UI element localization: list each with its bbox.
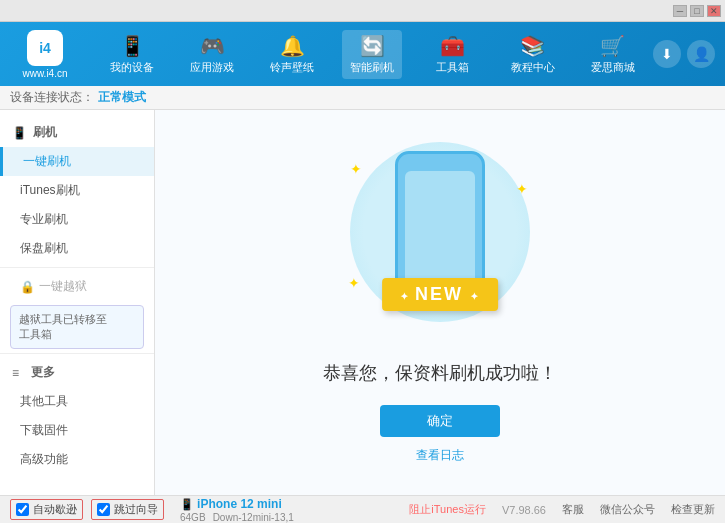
sparkle-icon-1: ✦ [350, 161, 362, 177]
store-icon: 🛒 [600, 34, 625, 58]
nav-label-tutorial: 教程中心 [511, 60, 555, 75]
toolbox-icon: 🧰 [440, 34, 465, 58]
sparkle-icon-2: ✦ [516, 181, 528, 197]
device-icon: 📱 [180, 498, 194, 510]
download-button[interactable]: ⬇ [653, 40, 681, 68]
nav-item-ringtone[interactable]: 🔔 铃声壁纸 [262, 30, 322, 79]
customer-service-link[interactable]: 客服 [562, 502, 584, 517]
bottom-bar: 自动歇逊 跳过向导 📱 iPhone 12 mini 64GB Down-12m… [0, 495, 725, 523]
status-bar: 设备连接状态： 正常模式 [0, 86, 725, 110]
other-tools-label: 其他工具 [20, 394, 68, 408]
maximize-button[interactable]: □ [690, 5, 704, 17]
nav-item-my-device[interactable]: 📱 我的设备 [102, 30, 162, 79]
more-section-icon: ≡ [12, 366, 19, 380]
sidebar-item-itunes-flash[interactable]: iTunes刷机 [0, 176, 154, 205]
sidebar-section-more: ≡ 更多 [0, 358, 154, 387]
ringtone-icon: 🔔 [280, 34, 305, 58]
phone-screen [405, 171, 475, 291]
device-name: iPhone 12 mini [197, 497, 282, 511]
sidebar-item-other-tools[interactable]: 其他工具 [0, 387, 154, 416]
auto-close-group[interactable]: 自动歇逊 [10, 499, 83, 520]
minimize-button[interactable]: ─ [673, 5, 687, 17]
auto-close-label: 自动歇逊 [33, 502, 77, 517]
bottom-right: 阻止iTunes运行 V7.98.66 客服 微信公众号 检查更新 [409, 502, 715, 517]
stop-itunes-button[interactable]: 阻止iTunes运行 [409, 502, 486, 517]
nav-label-store: 爱思商城 [591, 60, 635, 75]
nav-label-my-device: 我的设备 [110, 60, 154, 75]
sidebar-item-download-firmware[interactable]: 下载固件 [0, 416, 154, 445]
logo-icon: i4 [27, 30, 63, 66]
main-container: 📱 刷机 一键刷机 iTunes刷机 专业刷机 保盘刷机 🔒 一键越狱 越狱工具… [0, 110, 725, 495]
nav-label-app-game: 应用游戏 [190, 60, 234, 75]
confirm-button[interactable]: 确定 [380, 405, 500, 437]
skip-wizard-checkbox[interactable] [97, 503, 110, 516]
logo-area: i4 www.i4.cn [10, 30, 80, 79]
more-section-label: 更多 [31, 364, 55, 381]
nav-item-store[interactable]: 🛒 爱思商城 [583, 30, 643, 79]
auto-close-checkbox[interactable] [16, 503, 29, 516]
sidebar-item-one-key-flash[interactable]: 一键刷机 [0, 147, 154, 176]
device-storage: 64GB [180, 512, 206, 523]
my-device-icon: 📱 [120, 34, 145, 58]
nav-item-app-game[interactable]: 🎮 应用游戏 [182, 30, 242, 79]
nav-label-toolbox: 工具箱 [436, 60, 469, 75]
nav-label-smart-flash: 智能刷机 [350, 60, 394, 75]
logo-text: www.i4.cn [22, 68, 67, 79]
user-button[interactable]: 👤 [687, 40, 715, 68]
itunes-flash-label: iTunes刷机 [20, 183, 80, 197]
sidebar-item-advanced[interactable]: 高级功能 [0, 445, 154, 474]
flash-section-icon: 📱 [12, 126, 27, 140]
skip-wizard-label: 跳过向导 [114, 502, 158, 517]
tutorial-icon: 📚 [520, 34, 545, 58]
jailbreak-info-text: 越狱工具已转移至 工具箱 [19, 313, 107, 340]
hero-illustration: ✦ ✦ ✦ NEW [330, 141, 550, 341]
sidebar-item-save-flash[interactable]: 保盘刷机 [0, 234, 154, 263]
version-text: V7.98.66 [502, 504, 546, 516]
flash-section-label: 刷机 [33, 124, 57, 141]
sidebar: 📱 刷机 一键刷机 iTunes刷机 专业刷机 保盘刷机 🔒 一键越狱 越狱工具… [0, 110, 155, 495]
save-flash-label: 保盘刷机 [20, 241, 68, 255]
logo-icon-text: i4 [39, 40, 51, 56]
advanced-label: 高级功能 [20, 452, 68, 466]
new-ribbon-text: NEW [415, 284, 463, 304]
device-firmware: Down-12mini-13,1 [213, 512, 294, 523]
nav-item-tutorial[interactable]: 📚 教程中心 [503, 30, 563, 79]
nav-bar: 📱 我的设备 🎮 应用游戏 🔔 铃声壁纸 🔄 智能刷机 🧰 工具箱 📚 教程中心… [92, 30, 653, 79]
view-log-link[interactable]: 查看日志 [416, 447, 464, 464]
header: i4 www.i4.cn 📱 我的设备 🎮 应用游戏 🔔 铃声壁纸 🔄 智能刷机… [0, 22, 725, 86]
lock-icon: 🔒 [20, 280, 35, 294]
smart-flash-icon: 🔄 [360, 34, 385, 58]
jailbreak-info-box: 越狱工具已转移至 工具箱 [10, 305, 144, 349]
sidebar-item-pro-flash[interactable]: 专业刷机 [0, 205, 154, 234]
titlebar: ─ □ ✕ [0, 0, 725, 22]
nav-item-smart-flash[interactable]: 🔄 智能刷机 [342, 30, 402, 79]
bottom-left: 自动歇逊 跳过向导 📱 iPhone 12 mini 64GB Down-12m… [10, 497, 409, 523]
nav-item-toolbox[interactable]: 🧰 工具箱 [423, 30, 483, 79]
divider-1 [0, 267, 154, 268]
close-button[interactable]: ✕ [707, 5, 721, 17]
header-right: ⬇ 👤 [653, 40, 715, 68]
sidebar-section-flash: 📱 刷机 [0, 118, 154, 147]
check-update-link[interactable]: 检查更新 [671, 502, 715, 517]
content-area: ✦ ✦ ✦ NEW 恭喜您，保资料刷机成功啦！ 确定 查看日志 [155, 110, 725, 495]
device-info: 📱 iPhone 12 mini 64GB Down-12mini-13,1 [180, 497, 294, 523]
divider-2 [0, 353, 154, 354]
jailbreak-label: 一键越狱 [39, 278, 87, 295]
skip-wizard-group[interactable]: 跳过向导 [91, 499, 164, 520]
download-firmware-label: 下载固件 [20, 423, 68, 437]
status-value: 正常模式 [98, 89, 146, 106]
window-controls: ─ □ ✕ [673, 5, 721, 17]
success-message: 恭喜您，保资料刷机成功啦！ [323, 361, 557, 385]
one-key-flash-label: 一键刷机 [23, 154, 71, 168]
nav-label-ringtone: 铃声壁纸 [270, 60, 314, 75]
sparkle-icon-3: ✦ [348, 275, 360, 291]
status-label: 设备连接状态： [10, 89, 94, 106]
new-ribbon: NEW [382, 278, 498, 311]
pro-flash-label: 专业刷机 [20, 212, 68, 226]
app-game-icon: 🎮 [200, 34, 225, 58]
wechat-link[interactable]: 微信公众号 [600, 502, 655, 517]
sidebar-disabled-jailbreak: 🔒 一键越狱 [0, 272, 154, 301]
